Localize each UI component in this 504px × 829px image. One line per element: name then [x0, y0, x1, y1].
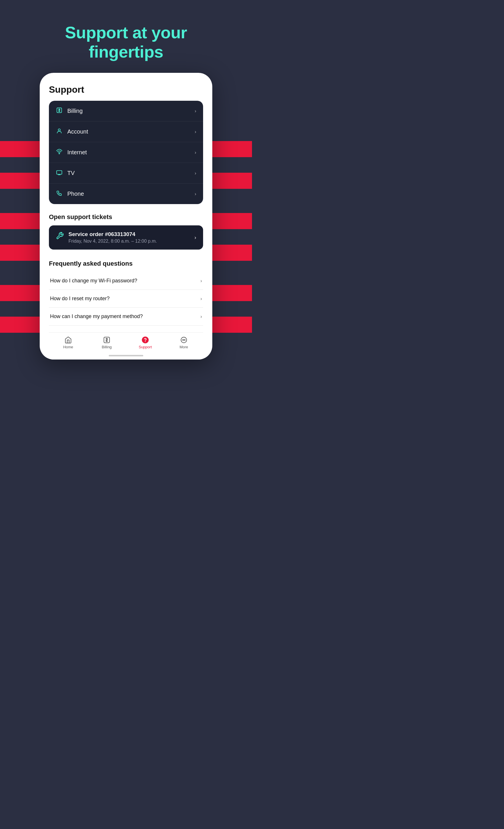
- svg-rect-3: [57, 171, 62, 174]
- menu-item-phone[interactable]: Phone ›: [49, 184, 203, 204]
- nav-item-support[interactable]: Support: [126, 336, 164, 349]
- svg-point-9: [184, 340, 184, 340]
- home-indicator: [49, 352, 203, 360]
- svg-point-2: [59, 153, 60, 154]
- billing-chevron-icon: ›: [195, 109, 196, 114]
- page-header: Support at your fingertips: [48, 23, 204, 61]
- menu-item-account-left: Account: [56, 128, 88, 136]
- phone-mockup: Support Billing ›: [40, 73, 212, 360]
- nav-item-billing[interactable]: Billing: [87, 336, 126, 349]
- menu-item-internet-left: Internet: [56, 148, 87, 156]
- ticket-card[interactable]: Service order #063313074 Friday, Nov 4, …: [49, 225, 203, 250]
- nav-item-home[interactable]: Home: [49, 336, 87, 349]
- nav-label-home: Home: [63, 345, 73, 349]
- svg-point-10: [185, 340, 185, 340]
- home-icon: [65, 336, 72, 344]
- wifi-icon: [56, 148, 63, 156]
- menu-item-phone-left: Phone: [56, 190, 84, 198]
- wrench-icon: [56, 232, 64, 242]
- menu-label-billing: Billing: [67, 108, 83, 114]
- faq-question-2: How do I reset my router?: [50, 296, 110, 302]
- nav-item-more[interactable]: More: [164, 336, 203, 349]
- faq-section: Frequently asked questions How do I chan…: [49, 260, 203, 326]
- open-tickets-title: Open support tickets: [49, 213, 203, 221]
- menu-item-billing-left: Billing: [56, 107, 83, 115]
- menu-label-tv: TV: [67, 170, 75, 176]
- menu-item-internet[interactable]: Internet ›: [49, 142, 203, 163]
- tv-chevron-icon: ›: [195, 171, 196, 176]
- nav-label-support: Support: [139, 345, 152, 349]
- ticket-chevron-icon: ›: [194, 235, 196, 241]
- tv-icon: [56, 169, 63, 177]
- faq-item-3[interactable]: How can I change my payment method? ›: [49, 308, 203, 326]
- internet-chevron-icon: ›: [195, 150, 196, 155]
- menu-item-billing[interactable]: Billing ›: [49, 101, 203, 121]
- svg-point-8: [182, 340, 183, 340]
- support-section-title: Support: [49, 84, 203, 95]
- bottom-navigation: Home Billing Support: [49, 332, 203, 352]
- faq-question-1: How do I change my Wi-Fi password?: [50, 278, 137, 284]
- menu-label-internet: Internet: [67, 149, 87, 156]
- ticket-date: Friday, Nov 4, 2022, 8:00 a.m. – 12:00 p…: [69, 239, 157, 244]
- menu-item-account[interactable]: Account ›: [49, 121, 203, 142]
- more-nav-icon: [180, 336, 188, 344]
- nav-label-billing: Billing: [102, 345, 112, 349]
- support-menu-card: Billing › Account ›: [49, 101, 203, 204]
- menu-label-phone: Phone: [67, 190, 84, 197]
- faq-title: Frequently asked questions: [49, 260, 203, 267]
- menu-item-tv[interactable]: TV ›: [49, 163, 203, 184]
- faq-chevron-1-icon: ›: [200, 278, 202, 284]
- menu-label-account: Account: [67, 129, 88, 135]
- dollar-square-icon: [56, 107, 63, 115]
- menu-item-tv-left: TV: [56, 169, 75, 177]
- faq-item-1[interactable]: How do I change my Wi-Fi password? ›: [49, 272, 203, 290]
- faq-chevron-3-icon: ›: [200, 314, 202, 319]
- user-icon: [56, 128, 63, 136]
- page-title: Support at your fingertips: [65, 23, 187, 61]
- nav-label-more: More: [180, 345, 188, 349]
- support-nav-icon: [142, 336, 149, 344]
- home-bar: [109, 355, 143, 356]
- ticket-left: Service order #063313074 Friday, Nov 4, …: [56, 231, 157, 244]
- account-chevron-icon: ›: [195, 129, 196, 135]
- faq-question-3: How can I change my payment method?: [50, 314, 143, 320]
- phone-icon: [56, 190, 63, 198]
- svg-point-1: [58, 129, 60, 131]
- faq-item-2[interactable]: How do I reset my router? ›: [49, 290, 203, 308]
- phone-chevron-icon: ›: [195, 191, 196, 196]
- ticket-info: Service order #063313074 Friday, Nov 4, …: [69, 231, 157, 244]
- ticket-order-number: Service order #063313074: [69, 231, 157, 238]
- faq-chevron-2-icon: ›: [200, 296, 202, 301]
- billing-nav-icon: [103, 336, 111, 344]
